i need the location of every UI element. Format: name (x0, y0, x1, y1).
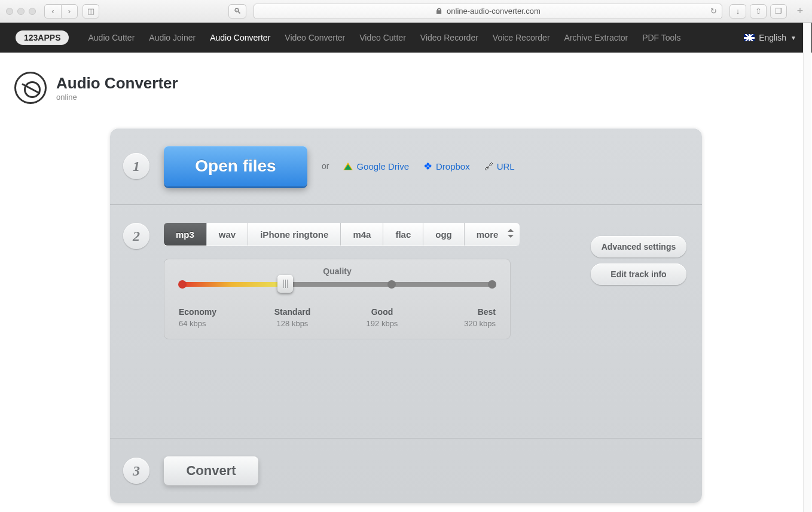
page-subtitle: online (56, 93, 178, 102)
minimize-icon[interactable] (17, 8, 25, 15)
sidebar-button[interactable]: ◫ (83, 4, 99, 19)
chevron-down-icon: ▼ (790, 35, 796, 41)
new-tab-button[interactable]: + (794, 5, 806, 17)
q-sub-good: 192 kbps (367, 319, 398, 328)
convert-button[interactable]: Convert (164, 456, 258, 485)
quality-slider[interactable] (180, 282, 494, 287)
nav-video-recorder[interactable]: Video Recorder (413, 33, 486, 42)
format-flac[interactable]: flac (383, 223, 423, 246)
q-label-standard: Standard (274, 307, 311, 317)
url-label: URL (497, 161, 515, 171)
nav-pdf-tools[interactable]: PDF Tools (635, 33, 688, 42)
nav-video-cutter[interactable]: Video Cutter (352, 33, 413, 42)
format-ogg[interactable]: ogg (423, 223, 465, 246)
side-actions: Advanced settings Edit track info (591, 236, 686, 285)
tick-good (387, 280, 396, 289)
close-icon[interactable] (6, 8, 13, 15)
language-label: English (759, 33, 786, 42)
address-bar[interactable]: 🔒︎ online-audio-converter.com ↻ (254, 4, 722, 19)
format-wav[interactable]: wav (207, 223, 248, 246)
lock-icon: 🔒︎ (435, 7, 443, 16)
step-badge-2: 2 (123, 223, 149, 249)
flag-uk-icon (744, 34, 755, 41)
open-files-button[interactable]: Open files (164, 146, 307, 186)
dropbox-link[interactable]: ❖ Dropbox (423, 160, 470, 173)
search-button[interactable]: 🔍︎ (228, 4, 246, 19)
back-button[interactable]: ‹ (44, 4, 61, 19)
scrollbar[interactable] (803, 23, 811, 512)
quality-title: Quality (179, 266, 496, 276)
google-drive-label: Google Drive (356, 161, 409, 171)
share-button[interactable]: ⇧ (750, 4, 767, 19)
q-sub-best: 320 kbps (464, 319, 496, 328)
step-badge-3: 3 (123, 458, 149, 484)
zoom-icon[interactable] (29, 8, 36, 15)
traffic-lights (6, 8, 36, 15)
nav-archive-extractor[interactable]: Archive Extractor (557, 33, 636, 42)
quality-panel: Quality Economy64 kbps Standard128 kbps … (164, 259, 511, 339)
nav-back-forward: ‹ › (44, 4, 78, 19)
step-1-row: 1 Open files or Google Drive ❖ Dropbox 🔗… (110, 128, 702, 204)
format-mp3[interactable]: mp3 (164, 223, 207, 246)
nav-video-converter[interactable]: Video Converter (277, 33, 352, 42)
q-sub-standard: 128 kbps (277, 319, 309, 328)
dropbox-label: Dropbox (436, 161, 470, 171)
format-m4a[interactable]: m4a (341, 223, 383, 246)
q-sub-economy: 64 kbps (179, 319, 206, 328)
language-selector[interactable]: English ▼ (744, 33, 796, 42)
step-badge-1: 1 (123, 153, 149, 179)
page-header: Audio Converter online (0, 53, 812, 104)
tabs-button[interactable]: ❐ (770, 4, 787, 19)
nav-voice-recorder[interactable]: Voice Recorder (486, 33, 557, 42)
google-drive-link[interactable]: Google Drive (343, 161, 409, 171)
nav-audio-cutter[interactable]: Audio Cutter (81, 33, 142, 42)
quality-gradient (180, 282, 284, 287)
downloads-button[interactable]: ↓ (729, 4, 746, 19)
url-link[interactable]: 🔗︎ URL (484, 161, 515, 171)
url-text: online-audio-converter.com (447, 7, 541, 16)
format-more[interactable]: more (465, 223, 520, 246)
nav-audio-joiner[interactable]: Audio Joiner (142, 33, 203, 42)
nav-audio-converter[interactable]: Audio Converter (203, 33, 277, 42)
google-drive-icon (343, 163, 353, 170)
q-label-best: Best (478, 307, 496, 317)
or-text: or (322, 161, 329, 171)
step-3-row: 3 Convert (110, 439, 702, 503)
forward-button[interactable]: › (61, 4, 78, 19)
converter-panel: 1 Open files or Google Drive ❖ Dropbox 🔗… (110, 128, 702, 503)
tick-economy (178, 280, 187, 289)
app-logo-icon (14, 72, 47, 104)
dropbox-icon: ❖ (423, 160, 432, 173)
q-label-economy: Economy (179, 307, 216, 317)
tick-best (488, 280, 496, 289)
edit-track-info-button[interactable]: Edit track info (591, 263, 686, 285)
page-title: Audio Converter (56, 74, 178, 93)
step-2-row: 2 mp3 wav iPhone ringtone m4a flac ogg m… (110, 205, 702, 438)
q-label-good: Good (371, 307, 393, 317)
browser-toolbar: ‹ › ◫ 🔍︎ 🔒︎ online-audio-converter.com ↻… (0, 0, 812, 23)
site-navbar: 123APPS Audio Cutter Audio Joiner Audio … (0, 23, 812, 53)
link-icon: 🔗︎ (484, 161, 493, 171)
slider-thumb[interactable] (277, 275, 293, 293)
format-tabs: mp3 wav iPhone ringtone m4a flac ogg mor… (164, 223, 520, 246)
advanced-settings-button[interactable]: Advanced settings (591, 236, 686, 257)
reload-icon[interactable]: ↻ (710, 7, 717, 16)
format-iphone-ringtone[interactable]: iPhone ringtone (248, 223, 341, 246)
brand-pill[interactable]: 123APPS (16, 30, 69, 45)
